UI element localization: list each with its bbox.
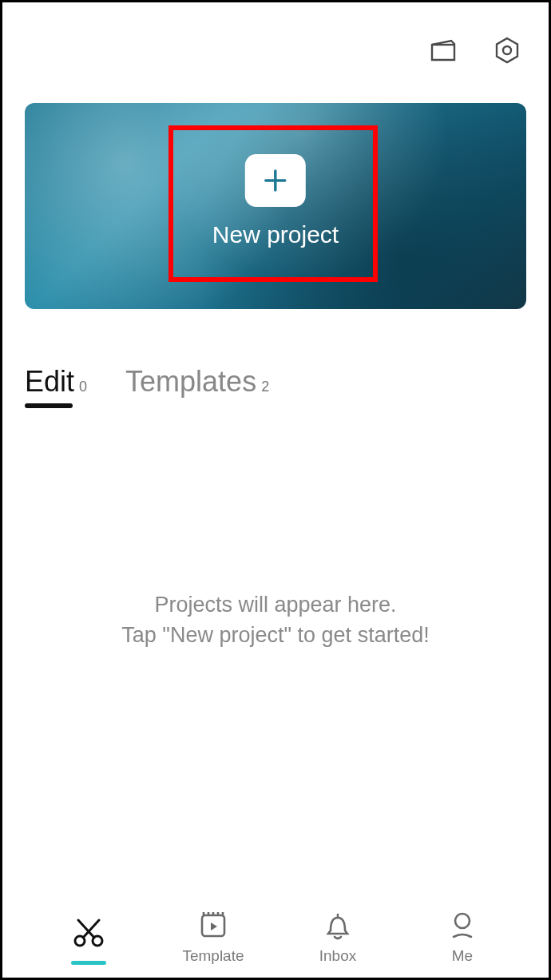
- nav-active-indicator: [71, 961, 106, 965]
- tab-edit-count: 0: [79, 379, 87, 395]
- scissors-icon: [70, 915, 107, 950]
- new-project-button[interactable]: New project: [212, 154, 339, 248]
- project-tabs: Edit 0 Templates 2: [2, 309, 549, 399]
- tab-edit[interactable]: Edit 0: [25, 365, 87, 399]
- bottom-nav: Template Inbox Me: [2, 890, 549, 978]
- empty-state: Projects will appear here. Tap "New proj…: [2, 590, 549, 651]
- svg-marker-0: [497, 38, 517, 62]
- nav-me-label: Me: [452, 947, 473, 965]
- nav-template[interactable]: Template: [151, 907, 276, 965]
- nav-template-label: Template: [182, 947, 244, 965]
- hero-banner: New project: [25, 103, 526, 309]
- profile-icon: [446, 907, 479, 942]
- nav-me[interactable]: Me: [400, 907, 525, 965]
- svg-point-11: [455, 914, 470, 928]
- wallet-icon[interactable]: [427, 34, 459, 66]
- tab-templates[interactable]: Templates 2: [125, 365, 269, 399]
- nav-edit[interactable]: [26, 915, 151, 965]
- bell-icon: [321, 907, 355, 942]
- empty-state-line1: Projects will appear here.: [34, 590, 517, 621]
- svg-marker-9: [211, 922, 217, 930]
- svg-point-1: [503, 46, 511, 54]
- plus-icon: [245, 154, 306, 207]
- new-project-label: New project: [212, 221, 339, 248]
- tab-templates-label: Templates: [125, 365, 256, 399]
- tab-edit-label: Edit: [25, 365, 74, 399]
- template-icon: [196, 907, 230, 942]
- empty-state-line2: Tap "New project" to get started!: [34, 621, 517, 651]
- tab-templates-count: 2: [261, 379, 269, 395]
- nav-inbox-label: Inbox: [319, 947, 356, 965]
- settings-icon[interactable]: [491, 34, 523, 66]
- nav-inbox[interactable]: Inbox: [276, 907, 400, 965]
- top-bar: [2, 2, 549, 98]
